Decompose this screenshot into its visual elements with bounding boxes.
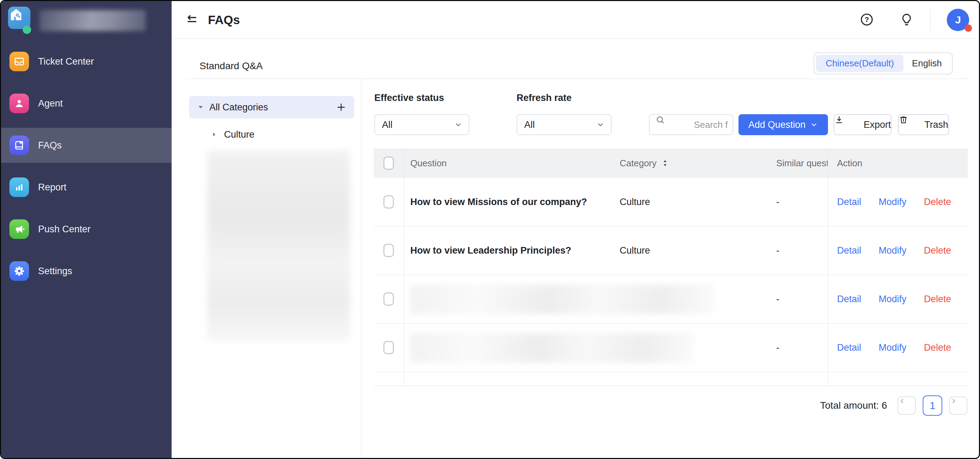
sidebar-item-ticket-center[interactable]: Ticket Center bbox=[1, 44, 172, 79]
row-checkbox[interactable] bbox=[383, 341, 394, 354]
language-toggle: Chinese(Default) English bbox=[814, 52, 953, 75]
row-checkbox[interactable] bbox=[383, 292, 394, 306]
category-all-categories[interactable]: All Categories bbox=[189, 96, 354, 118]
sidebar-item-settings[interactable]: Settings bbox=[1, 254, 172, 289]
column-category: Category bbox=[620, 158, 773, 169]
section-title: Standard Q&A bbox=[200, 60, 263, 71]
table-row: How to view Leadership Principles?Cultur… bbox=[374, 226, 968, 275]
page-title: FAQs bbox=[208, 13, 240, 27]
sidebar-item-label: Agent bbox=[38, 98, 63, 109]
table-row: How to view Missions of our company?Cult… bbox=[374, 178, 968, 226]
pagination-footer: Total amount: 6 1 bbox=[361, 394, 967, 417]
sidebar-item-label: Ticket Center bbox=[38, 56, 94, 67]
trash-icon bbox=[899, 115, 924, 135]
svg-text:?: ? bbox=[865, 16, 869, 24]
table-header: Question Category Similar questions Acti… bbox=[374, 148, 968, 178]
total-amount-label: Total amount: bbox=[820, 400, 879, 411]
detail-link[interactable]: Detail bbox=[837, 294, 861, 305]
trash-button[interactable]: Trash bbox=[898, 114, 949, 135]
effective-status-label: Effective status bbox=[374, 92, 444, 103]
question-text: How to view Leadership Principles? bbox=[410, 245, 571, 256]
lightbulb-icon[interactable] bbox=[900, 13, 914, 27]
modify-link[interactable]: Modify bbox=[879, 245, 907, 256]
effective-status-select[interactable]: All bbox=[374, 114, 469, 135]
row-checkbox[interactable] bbox=[383, 244, 394, 257]
similar-questions-value: - bbox=[776, 197, 780, 207]
chevron-down-icon bbox=[810, 121, 818, 129]
question-redacted bbox=[410, 285, 714, 314]
question-text: How to view Missions of our company? bbox=[410, 197, 587, 207]
refresh-rate-label: Refresh rate bbox=[517, 92, 572, 103]
category-child-label: Culture bbox=[224, 129, 255, 140]
add-category-icon[interactable] bbox=[336, 102, 346, 113]
modify-link[interactable]: Modify bbox=[879, 342, 907, 353]
caret-right-icon[interactable] bbox=[211, 131, 218, 138]
header-checkbox-cell bbox=[374, 148, 404, 178]
topbar: FAQs ? J bbox=[172, 1, 979, 39]
detail-link[interactable]: Detail bbox=[837, 245, 861, 256]
prev-page-button[interactable] bbox=[897, 397, 916, 415]
sidebar-item-faqs[interactable]: FAQs bbox=[1, 128, 172, 163]
table-row: -DetailModifyDelete bbox=[374, 324, 968, 372]
sidebar: Ticket CenterAgentFAQsReportPush CenterS… bbox=[1, 1, 172, 458]
similar-questions-value: - bbox=[776, 342, 780, 353]
collapse-sidebar-icon[interactable] bbox=[186, 13, 199, 27]
sidebar-item-label: Push Center bbox=[38, 224, 91, 235]
sidebar-item-agent[interactable]: Agent bbox=[1, 86, 172, 121]
category-root-label: All Categories bbox=[209, 102, 268, 113]
effective-status-value: All bbox=[382, 119, 393, 130]
select-all-checkbox[interactable] bbox=[383, 157, 394, 170]
search-box bbox=[649, 114, 733, 135]
category-text: Culture bbox=[620, 197, 650, 208]
detail-link[interactable]: Detail bbox=[837, 197, 861, 208]
faqs-book-icon bbox=[10, 135, 29, 155]
add-question-button[interactable]: Add Question bbox=[738, 114, 828, 135]
help-circle-icon[interactable]: ? bbox=[860, 13, 875, 27]
app-window: Ticket CenterAgentFAQsReportPush CenterS… bbox=[0, 0, 980, 459]
refresh-rate-value: All bbox=[524, 119, 535, 130]
faq-table: Question Category Similar questions Acti… bbox=[374, 148, 968, 386]
sidebar-item-label: Settings bbox=[38, 266, 72, 277]
search-input[interactable] bbox=[693, 119, 729, 131]
total-amount: Total amount: 6 bbox=[820, 400, 887, 411]
chevron-down-icon bbox=[454, 121, 462, 129]
next-page-button[interactable] bbox=[949, 397, 967, 415]
column-action: Action bbox=[827, 148, 968, 178]
ticket-icon bbox=[10, 52, 29, 71]
category-tree-redacted bbox=[207, 151, 350, 341]
column-category-label: Category bbox=[620, 158, 657, 169]
category-text: Culture bbox=[620, 245, 650, 256]
language-option-english[interactable]: English bbox=[904, 55, 950, 72]
avatar-initial: J bbox=[955, 14, 961, 26]
sidebar-item-report[interactable]: Report bbox=[1, 170, 172, 205]
export-label: Export bbox=[864, 119, 891, 130]
language-option-chinese[interactable]: Chinese(Default) bbox=[816, 55, 904, 72]
row-checkbox[interactable] bbox=[383, 195, 394, 208]
brand-name-redacted bbox=[40, 10, 146, 31]
question-redacted bbox=[410, 333, 694, 362]
category-culture[interactable]: Culture bbox=[189, 124, 354, 145]
avatar[interactable]: J bbox=[947, 9, 969, 31]
table-row-partial bbox=[374, 372, 968, 386]
delete-link[interactable]: Delete bbox=[924, 197, 951, 208]
refresh-rate-select[interactable]: All bbox=[517, 114, 612, 135]
push-megaphone-icon bbox=[10, 219, 29, 239]
sidebar-item-label: Report bbox=[38, 182, 67, 193]
modify-link[interactable]: Modify bbox=[879, 197, 907, 208]
delete-link[interactable]: Delete bbox=[924, 342, 951, 353]
modify-link[interactable]: Modify bbox=[879, 294, 907, 305]
sidebar-item-push-center[interactable]: Push Center bbox=[1, 212, 172, 247]
delete-link[interactable]: Delete bbox=[924, 245, 951, 256]
notification-dot bbox=[965, 24, 972, 32]
chevron-down-icon bbox=[596, 121, 605, 129]
current-page-button[interactable]: 1 bbox=[923, 395, 942, 416]
search-icon bbox=[655, 115, 690, 135]
table-row: -DetailModifyDelete bbox=[374, 275, 968, 324]
report-chart-icon bbox=[10, 178, 29, 197]
export-button[interactable]: Export bbox=[834, 114, 892, 135]
column-question: Question bbox=[404, 158, 620, 169]
caret-down-icon[interactable] bbox=[197, 103, 204, 111]
detail-link[interactable]: Detail bbox=[837, 342, 861, 353]
sort-icon[interactable] bbox=[661, 159, 669, 167]
delete-link[interactable]: Delete bbox=[924, 294, 951, 305]
